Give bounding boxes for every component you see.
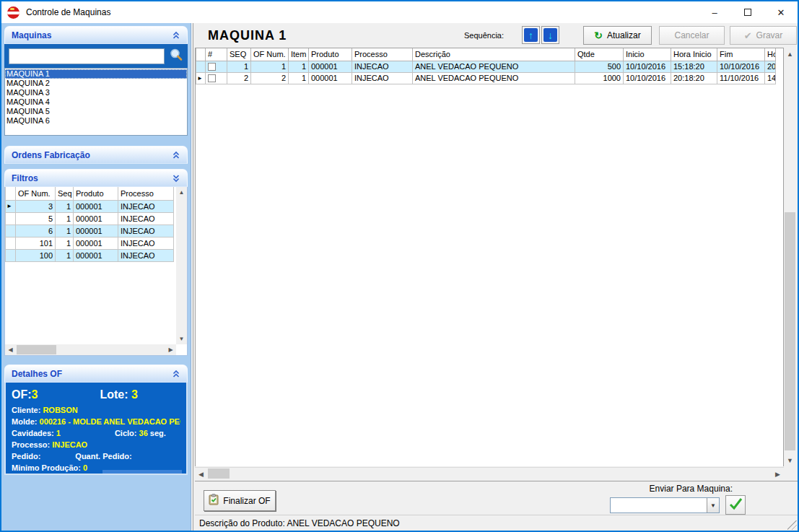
- col-header[interactable]: Ho: [765, 48, 776, 61]
- cell[interactable]: INJECAO: [118, 224, 174, 237]
- col-header[interactable]: OF Num.: [251, 48, 289, 61]
- filtros-row[interactable]: 101 1 000001 INJECAO: [6, 237, 174, 249]
- scroll-up-icon[interactable]: ▲: [784, 48, 796, 60]
- cell[interactable]: ANEL VEDACAO PEQUENO: [413, 72, 575, 84]
- filtros-col-header[interactable]: Seq: [56, 187, 74, 200]
- cell[interactable]: 14: [765, 72, 776, 84]
- col-header[interactable]: Descrição: [413, 48, 575, 61]
- cell[interactable]: INJECAO: [352, 61, 413, 72]
- main-vertical-scrollbar[interactable]: ▲ ▼: [784, 48, 796, 466]
- cell[interactable]: 000001: [74, 200, 118, 212]
- enviar-maquina-select[interactable]: ▼: [610, 497, 720, 513]
- cell[interactable]: INJECAO: [118, 212, 174, 224]
- machine-list-item[interactable]: MAQUINA 6: [5, 116, 187, 126]
- scroll-up-icon[interactable]: ▲: [176, 187, 187, 198]
- ordens-header[interactable]: Ordens Fabricação: [4, 146, 188, 164]
- cell[interactable]: 10/10/2016: [624, 61, 671, 72]
- cell[interactable]: 500: [575, 61, 624, 72]
- filtros-horizontal-scrollbar[interactable]: ◀ ▶: [5, 344, 176, 355]
- cell[interactable]: ANEL VEDACAO PEQUENO: [413, 61, 575, 72]
- cell[interactable]: 000001: [74, 212, 118, 224]
- finalizar-of-button[interactable]: Finalizar OF: [204, 490, 276, 511]
- col-header[interactable]: SEQ: [227, 48, 251, 61]
- table-row[interactable]: ► 2 2 1 000001 INJECAO ANEL VEDACAO PEQU…: [196, 72, 776, 84]
- scrollbar-thumb[interactable]: [208, 468, 230, 479]
- scroll-right-icon[interactable]: ▶: [165, 344, 176, 355]
- cell[interactable]: 10/10/2016: [717, 61, 765, 72]
- table-row[interactable]: 1 1 1 000001 INJECAO ANEL VEDACAO PEQUEN…: [196, 61, 776, 72]
- maximize-button[interactable]: [731, 1, 764, 23]
- scrollbar-thumb[interactable]: [17, 345, 56, 354]
- cell[interactable]: 000001: [74, 237, 118, 249]
- cell[interactable]: 1: [227, 61, 251, 72]
- cell[interactable]: 1000: [575, 72, 624, 84]
- scroll-right-icon[interactable]: ▶: [772, 468, 784, 480]
- chevron-double-up-icon[interactable]: [172, 370, 180, 378]
- chevron-double-down-icon[interactable]: [172, 174, 180, 183]
- cell[interactable]: 101: [16, 237, 56, 249]
- sequence-down-button[interactable]: ↓: [541, 26, 559, 44]
- col-header[interactable]: Inicio: [624, 48, 671, 61]
- send-button[interactable]: [725, 495, 746, 515]
- cancelar-button[interactable]: Cancelar: [659, 26, 725, 45]
- sequence-up-button[interactable]: ↑: [522, 26, 540, 44]
- chevron-double-up-icon[interactable]: [172, 151, 180, 160]
- cell[interactable]: 20: [765, 61, 776, 72]
- filtros-row[interactable]: 5 1 000001 INJECAO: [6, 212, 174, 224]
- maquinas-header[interactable]: Maquinas: [4, 26, 188, 44]
- cell[interactable]: 2: [227, 72, 251, 84]
- cell[interactable]: 000001: [74, 224, 118, 237]
- cell[interactable]: 1: [289, 61, 309, 72]
- machine-list-item[interactable]: MAQUINA 2: [5, 79, 187, 88]
- cell[interactable]: 1: [56, 224, 74, 237]
- cell[interactable]: 1: [56, 200, 74, 212]
- col-header[interactable]: Fim: [717, 48, 765, 61]
- filtros-row[interactable]: 6 1 000001 INJECAO: [6, 224, 174, 237]
- cell[interactable]: 000001: [309, 61, 352, 72]
- cell[interactable]: 1: [56, 249, 74, 261]
- cell[interactable]: 2: [251, 72, 289, 84]
- atualizar-button[interactable]: ↻Atualizar: [583, 26, 652, 45]
- filtros-header[interactable]: Filtros: [4, 169, 188, 187]
- cell[interactable]: INJECAO: [118, 237, 174, 249]
- chevron-down-icon[interactable]: ▼: [707, 498, 719, 513]
- row-checkbox[interactable]: [208, 74, 216, 82]
- scroll-left-icon[interactable]: ◀: [5, 344, 16, 355]
- scrollbar-thumb[interactable]: [785, 212, 795, 450]
- cell[interactable]: 1: [56, 212, 74, 224]
- chevron-double-up-icon[interactable]: [172, 31, 180, 40]
- machine-search-input[interactable]: [9, 48, 165, 64]
- cell[interactable]: INJECAO: [118, 200, 174, 212]
- col-header[interactable]: Produto: [309, 48, 352, 61]
- gravar-button[interactable]: ✔Gravar: [730, 26, 797, 45]
- cell[interactable]: 5: [16, 212, 56, 224]
- detalhes-scrollbar[interactable]: [102, 470, 182, 474]
- filtros-row[interactable]: ► 3 1 000001 INJECAO: [6, 200, 174, 212]
- cell[interactable]: 20:18:20: [671, 72, 717, 84]
- scroll-left-icon[interactable]: ◀: [195, 468, 207, 480]
- filtros-row[interactable]: 100 1 000001 INJECAO: [6, 249, 174, 261]
- cell[interactable]: 1: [251, 61, 289, 72]
- cell[interactable]: 15:18:20: [671, 61, 717, 72]
- col-header[interactable]: Hora Inicio: [671, 48, 717, 61]
- col-header[interactable]: #: [206, 48, 227, 61]
- filtros-col-header[interactable]: Produto: [74, 187, 118, 200]
- cell[interactable]: 11/10/2016: [717, 72, 765, 84]
- col-header[interactable]: Qtde: [575, 48, 624, 61]
- filtros-col-header[interactable]: Processo: [118, 187, 174, 200]
- cell[interactable]: 6: [16, 224, 56, 237]
- cell[interactable]: 10/10/2016: [624, 72, 671, 84]
- cell[interactable]: 100: [16, 249, 56, 261]
- main-horizontal-scrollbar[interactable]: ◀ ▶: [195, 467, 784, 479]
- col-header[interactable]: Processo: [352, 48, 413, 61]
- cell[interactable]: 000001: [74, 249, 118, 261]
- scroll-down-icon[interactable]: ▼: [784, 454, 796, 466]
- close-button[interactable]: ✕: [764, 1, 798, 23]
- cell[interactable]: INJECAO: [352, 72, 413, 84]
- cell[interactable]: 000001: [309, 72, 352, 84]
- machine-list-item[interactable]: MAQUINA 5: [5, 107, 187, 116]
- machine-list-item[interactable]: MAQUINA 3: [5, 88, 187, 97]
- machine-list-item[interactable]: MAQUINA 1: [5, 69, 187, 79]
- machine-list-item[interactable]: MAQUINA 4: [5, 97, 187, 107]
- cell[interactable]: 1: [289, 72, 309, 84]
